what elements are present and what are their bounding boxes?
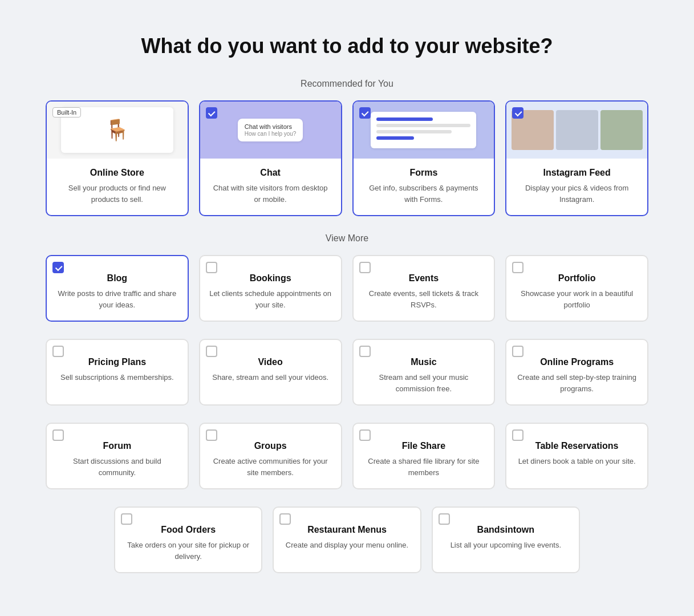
card-desc-forms: Get info, subscribers & payments with Fo…	[363, 183, 485, 205]
card-portfolio[interactable]: Portfolio Showcase your work in a beauti…	[505, 255, 648, 322]
card-body-table-reservations: Table Reservations Let diners book a tab…	[506, 429, 647, 477]
card-image-chat: Chat with visitors How can I help you?	[200, 102, 341, 159]
checkbox-file-share[interactable]	[359, 429, 371, 441]
card-body-chat: Chat Chat with site visitors from deskto…	[200, 159, 341, 215]
card-desc-music: Stream and sell your music commission fr…	[363, 372, 485, 394]
card-desc-food-orders: Take orders on your site for pickup or d…	[124, 540, 252, 562]
card-desc-groups: Create active communities for your site …	[209, 456, 332, 478]
card-desc-video: Share, stream and sell your videos.	[209, 372, 332, 383]
checkbox-pricing-plans[interactable]	[52, 346, 64, 357]
card-body-pricing-plans: Pricing Plans Sell subscriptions & membe…	[47, 346, 188, 394]
card-image-forms	[354, 102, 494, 159]
card-instagram-feed[interactable]: Instagram Feed Display your pics & video…	[505, 100, 648, 216]
page-title: What do you want to add to your website?	[46, 34, 648, 58]
card-blog[interactable]: Blog Write posts to drive traffic and sh…	[46, 255, 189, 322]
card-body-blog: Blog Write posts to drive traffic and sh…	[47, 262, 188, 321]
checkbox-music[interactable]	[359, 346, 371, 357]
card-desc-bookings: Let clients schedule appointments on you…	[209, 288, 332, 310]
recommended-grid: 🪑 Built-In Online Store Sell your produc…	[46, 100, 648, 216]
checkbox-instagram[interactable]	[512, 107, 523, 119]
card-title-groups: Groups	[209, 441, 332, 451]
card-title-events: Events	[363, 273, 485, 283]
checkbox-food-orders[interactable]	[121, 513, 132, 525]
card-desc-bandsintown: List all your upcoming live events.	[442, 540, 570, 551]
card-events[interactable]: Events Create events, sell tickets & tra…	[352, 255, 496, 322]
card-body-groups: Groups Create active communities for you…	[200, 429, 341, 488]
checkbox-bandsintown[interactable]	[439, 513, 450, 525]
card-title-food-orders: Food Orders	[124, 525, 252, 535]
card-title-restaurant-menus: Restaurant Menus	[283, 525, 411, 535]
insta-img-3	[600, 110, 643, 150]
card-title-forms: Forms	[363, 168, 485, 178]
card-desc-events: Create events, sell tickets & track RSVP…	[363, 288, 485, 310]
card-title-music: Music	[363, 357, 485, 367]
card-body-restaurant-menus: Restaurant Menus Create and display your…	[274, 513, 420, 561]
card-music[interactable]: Music Stream and sell your music commiss…	[352, 339, 496, 406]
card-bookings[interactable]: Bookings Let clients schedule appointmen…	[199, 255, 342, 322]
card-body-online-programs: Online Programs Create and sell step-by-…	[506, 346, 647, 404]
card-pricing-plans[interactable]: Pricing Plans Sell subscriptions & membe…	[46, 339, 189, 406]
checkbox-online-programs[interactable]	[512, 346, 523, 357]
checkbox-chat[interactable]	[206, 107, 217, 119]
card-body-forms: Forms Get info, subscribers & payments w…	[354, 159, 494, 215]
checkbox-forms[interactable]	[359, 107, 371, 119]
checkbox-bookings[interactable]	[206, 262, 217, 273]
card-body-food-orders: Food Orders Take orders on your site for…	[115, 513, 261, 572]
bottom-row: Food Orders Take orders on your site for…	[46, 506, 648, 573]
view-more-row-3: Forum Start discussions and build commun…	[46, 423, 648, 489]
card-desc-restaurant-menus: Create and display your menu online.	[283, 540, 411, 551]
card-title-file-share: File Share	[363, 441, 485, 451]
card-title-blog: Blog	[56, 273, 178, 283]
forms-mock	[371, 112, 476, 148]
view-more-section: View More Blog Write posts to drive traf…	[46, 233, 648, 573]
checkbox-video[interactable]	[206, 346, 217, 357]
view-more-label: View More	[46, 233, 648, 244]
card-body-events: Events Create events, sell tickets & tra…	[354, 262, 494, 321]
card-title-bookings: Bookings	[209, 273, 332, 283]
card-chat[interactable]: Chat with visitors How can I help you? C…	[199, 100, 342, 216]
card-desc-instagram: Display your pics & videos from Instagra…	[516, 183, 638, 205]
card-forms[interactable]: Forms Get info, subscribers & payments w…	[352, 100, 496, 216]
built-in-badge: Built-In	[52, 107, 81, 117]
checkbox-blog[interactable]	[52, 262, 64, 273]
card-forum[interactable]: Forum Start discussions and build commun…	[46, 423, 189, 489]
card-video[interactable]: Video Share, stream and sell your videos…	[199, 339, 342, 406]
card-title-table-reservations: Table Reservations	[516, 441, 638, 451]
card-title-forum: Forum	[56, 441, 178, 451]
card-image-online-store: 🪑 Built-In	[47, 102, 188, 159]
recommended-label: Recommended for You	[46, 79, 648, 89]
card-groups[interactable]: Groups Create active communities for you…	[199, 423, 342, 489]
card-online-store[interactable]: 🪑 Built-In Online Store Sell your produc…	[46, 100, 189, 216]
card-food-orders[interactable]: Food Orders Take orders on your site for…	[114, 506, 262, 573]
checkbox-forum[interactable]	[52, 429, 64, 441]
card-table-reservations[interactable]: Table Reservations Let diners book a tab…	[505, 423, 648, 489]
insta-img-2	[556, 110, 598, 150]
card-restaurant-menus[interactable]: Restaurant Menus Create and display your…	[273, 506, 421, 573]
checkbox-portfolio[interactable]	[512, 262, 523, 273]
checkbox-table-reservations[interactable]	[512, 429, 523, 441]
card-body-forum: Forum Start discussions and build commun…	[47, 429, 188, 488]
card-title-instagram: Instagram Feed	[516, 168, 638, 178]
card-title-online-store: Online Store	[56, 168, 178, 178]
card-file-share[interactable]: File Share Create a shared file library …	[352, 423, 496, 489]
card-bandsintown[interactable]: Bandsintown List all your upcoming live …	[432, 506, 580, 573]
card-desc-table-reservations: Let diners book a table on your site.	[516, 456, 638, 467]
card-body-instagram: Instagram Feed Display your pics & video…	[506, 159, 647, 215]
card-body-portfolio: Portfolio Showcase your work in a beauti…	[506, 262, 647, 321]
checkbox-events[interactable]	[359, 262, 371, 273]
card-body-bookings: Bookings Let clients schedule appointmen…	[200, 262, 341, 321]
checkbox-groups[interactable]	[206, 429, 217, 441]
card-desc-forum: Start discussions and build community.	[56, 456, 178, 478]
card-body-video: Video Share, stream and sell your videos…	[200, 346, 341, 394]
card-online-programs[interactable]: Online Programs Create and sell step-by-…	[505, 339, 648, 406]
card-body-music: Music Stream and sell your music commiss…	[354, 346, 494, 404]
card-title-video: Video	[209, 357, 332, 367]
checkbox-restaurant-menus[interactable]	[279, 513, 291, 525]
card-desc-online-store: Sell your products or find new products …	[56, 183, 178, 205]
card-image-instagram	[506, 102, 647, 159]
card-title-bandsintown: Bandsintown	[442, 525, 570, 535]
view-more-row-1: Blog Write posts to drive traffic and sh…	[46, 255, 648, 322]
card-body-file-share: File Share Create a shared file library …	[354, 429, 494, 488]
card-desc-portfolio: Showcase your work in a beautiful portfo…	[516, 288, 638, 310]
card-desc-file-share: Create a shared file library for site me…	[363, 456, 485, 478]
